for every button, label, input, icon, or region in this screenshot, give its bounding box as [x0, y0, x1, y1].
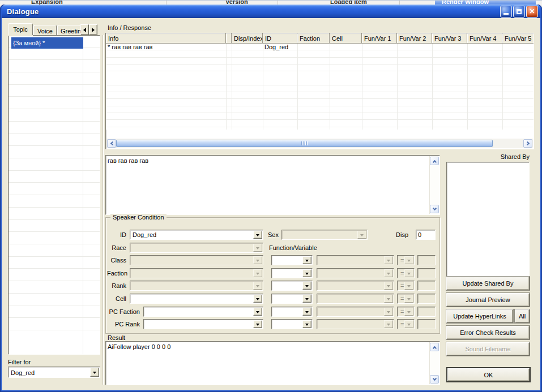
chevron-down-icon: [407, 285, 411, 289]
topic-list-item-selected[interactable]: {За мной} *: [11, 37, 83, 49]
variable-combobox: [317, 281, 394, 291]
result-editor[interactable]: AiFollow player 0 0 0 0: [105, 341, 440, 385]
tab-scroll-spinner: [80, 24, 97, 35]
scroll-down-button[interactable]: [430, 205, 439, 213]
chevron-down-icon: [432, 377, 436, 381]
scrollbar-thumb[interactable]: [116, 140, 493, 147]
column-header-blank[interactable]: [226, 33, 232, 44]
chevron-right-icon: [525, 141, 529, 145]
column-header-funvar1[interactable]: Fun/Var 1: [362, 33, 397, 44]
dropdown-button[interactable]: [90, 368, 99, 377]
chevron-down-icon: [360, 234, 364, 238]
left-arrow-icon: [81, 28, 86, 32]
column-header-disp-index[interactable]: Disp/Index: [232, 33, 263, 44]
column-header-faction[interactable]: Faction: [297, 33, 330, 44]
scroll-down-button[interactable]: [430, 375, 439, 384]
dropdown-button: [357, 231, 366, 239]
dropdown-button[interactable]: [302, 320, 311, 328]
table-header-row: Info Disp/Index ID Faction Cell Fun/Var …: [106, 33, 534, 44]
dropdown-button: [404, 282, 413, 290]
tab-scroll-right-button[interactable]: [89, 24, 97, 35]
function-combobox[interactable]: [271, 268, 313, 278]
result-text: AiFollow player 0 0 0 0: [106, 342, 439, 350]
screen: Expansion Version Loaded Item Render Win…: [0, 0, 542, 392]
speaker-condition-group: Speaker Condition ID Dog_red Race Class: [105, 217, 440, 334]
vertical-scrollbar[interactable]: [429, 342, 439, 384]
update-hyperlinks-button[interactable]: Update HyperLinks: [446, 309, 513, 323]
grip-icon: [301, 141, 308, 145]
dropdown-button[interactable]: [253, 231, 262, 239]
scroll-up-button[interactable]: [430, 157, 439, 165]
ok-button[interactable]: OK: [447, 368, 530, 381]
dropdown-button: [384, 256, 393, 264]
chevron-down-icon: [387, 311, 390, 315]
column-header-id[interactable]: ID: [263, 33, 297, 44]
sound-filename-button: Sound Filename: [446, 342, 530, 356]
dropdown-button: [384, 282, 393, 290]
filter-for-combobox[interactable]: Dog_red: [8, 367, 100, 378]
disp-label: Disp: [396, 231, 412, 238]
comparison-combobox: =: [397, 294, 415, 304]
variable-combobox: [317, 319, 394, 329]
chevron-down-icon: [387, 285, 390, 289]
vertical-scrollbar[interactable]: [429, 156, 439, 214]
minimize-icon: [503, 13, 509, 15]
function-combobox[interactable]: [271, 281, 313, 291]
tab-scroll-left-button[interactable]: [80, 24, 89, 35]
close-button[interactable]: ✕: [526, 6, 538, 18]
comparison-combobox: =: [397, 319, 415, 329]
comparison-combobox: =: [397, 268, 415, 278]
topic-list[interactable]: {За мной} *: [8, 35, 100, 355]
function-variable-row: =: [106, 319, 439, 329]
id-combobox[interactable]: Dog_red: [130, 230, 263, 240]
journal-preview-button[interactable]: Journal Preview: [446, 293, 530, 307]
tab-voice[interactable]: Voice: [33, 25, 57, 35]
chevron-up-icon: [432, 346, 436, 350]
table-row[interactable]: * гав гав гав гав Dog_red: [106, 44, 534, 50]
function-combobox[interactable]: [271, 319, 313, 329]
scroll-up-button[interactable]: [430, 343, 439, 351]
function-variable-row: =: [106, 281, 439, 291]
tab-topic[interactable]: Topic: [8, 23, 33, 35]
column-header-funvar5[interactable]: Fun/Var 5: [502, 33, 534, 44]
column-header-funvar4[interactable]: Fun/Var 4: [467, 33, 502, 44]
update-hyperlinks-all-button[interactable]: All: [515, 309, 530, 323]
dropdown-button[interactable]: [302, 308, 311, 316]
dropdown-button[interactable]: [302, 269, 311, 277]
speaker-condition-title: Speaker Condition: [110, 214, 167, 221]
shared-by-list[interactable]: [446, 162, 530, 277]
error-check-results-button[interactable]: Error Check Results: [446, 326, 530, 339]
scroll-right-button[interactable]: [523, 139, 532, 148]
dropdown-button[interactable]: [302, 282, 311, 290]
condition-value-field: [417, 294, 436, 304]
scroll-left-button[interactable]: [107, 139, 116, 148]
dropdown-button[interactable]: [302, 256, 311, 264]
function-combobox[interactable]: [271, 255, 313, 265]
dropdown-button: [404, 295, 413, 303]
minimize-button[interactable]: [500, 6, 512, 18]
right-arrow-icon: [92, 28, 97, 32]
disp-field[interactable]: 0: [416, 230, 436, 240]
function-combobox[interactable]: [271, 307, 313, 317]
column-header-funvar3[interactable]: Fun/Var 3: [432, 33, 467, 44]
function-combobox[interactable]: [271, 294, 313, 304]
update-shared-by-button[interactable]: Update Shared By: [446, 277, 530, 290]
response-text-editor[interactable]: гав гав гав гав: [105, 155, 440, 215]
id-label: ID: [107, 231, 126, 238]
chevron-down-icon: [256, 234, 259, 238]
column-header-info[interactable]: Info: [106, 33, 226, 44]
maximize-button[interactable]: [513, 6, 525, 18]
titlebar[interactable]: Dialogue ✕: [2, 5, 540, 18]
dropdown-button[interactable]: [302, 295, 311, 303]
chevron-up-icon: [432, 160, 436, 163]
dropdown-button: [384, 308, 393, 316]
column-header-cell[interactable]: Cell: [330, 33, 362, 44]
table-body[interactable]: * гав гав гав гав Dog_red: [106, 44, 534, 130]
horizontal-scrollbar[interactable]: [106, 139, 533, 148]
tab-greeting[interactable]: Greeting: [57, 25, 81, 35]
condition-value-field: [417, 255, 436, 265]
dropdown-button: [404, 269, 413, 277]
chevron-down-icon: [407, 260, 411, 264]
panel-divider: [103, 35, 104, 385]
column-header-funvar2[interactable]: Fun/Var 2: [397, 33, 432, 44]
